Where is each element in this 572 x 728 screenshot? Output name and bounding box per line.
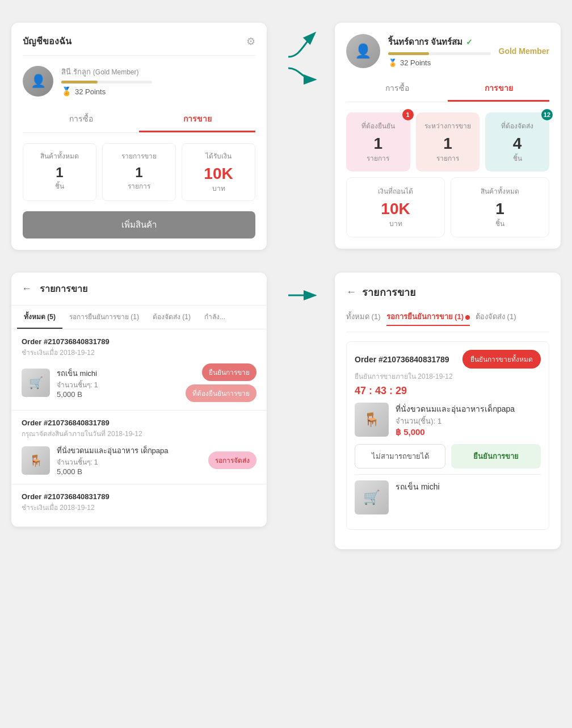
sell-unit-selling: รายการ bbox=[422, 153, 474, 164]
order-item-qty-2: จำนวนชิ้นๆ: 1 bbox=[57, 457, 201, 467]
stat-unit-products: ชิ้น bbox=[30, 181, 89, 191]
detail-item-img-1: 🪑 bbox=[355, 403, 389, 437]
order-detail-id: Order #210736840831789 bbox=[355, 355, 449, 364]
order-section-3: Order #210736840831789 ชำระเงินเมื่อ 201… bbox=[11, 484, 267, 527]
user-details: สินี รักลูก (Gold Member) 🏅 32 Points bbox=[61, 66, 152, 97]
sell-value-ship: 4 bbox=[491, 135, 544, 153]
stat-label-income: ได้รับเงิน bbox=[189, 150, 248, 161]
order-item-row-2: 🪑 ที่นั่งขวดนมและอุ่นอาหาร เด็กpapa จำนว… bbox=[22, 445, 256, 476]
order-detail-section: Order #210736840831789 ยืนยันการขายทั้งห… bbox=[346, 341, 549, 530]
medal-icon: 🏅 bbox=[61, 86, 72, 97]
tab-dot bbox=[465, 315, 470, 320]
order-detail-date: ยืนยันการขายภายใน 2018-19-12 bbox=[355, 371, 541, 382]
selling-stats-grid: 1 ที่ต้องยืนยัน 1 รายการ ระหว่างการขาย 1… bbox=[346, 112, 549, 171]
detail-tab-confirm[interactable]: รอการยืนยันการขาย (1) bbox=[386, 308, 470, 326]
cannot-sell-button[interactable]: ไม่สามารถขายได้ bbox=[355, 444, 445, 468]
sales-tab-ship[interactable]: ต้องจัดส่ง (1) bbox=[146, 306, 197, 329]
detail-back-arrow[interactable]: ← bbox=[346, 286, 356, 298]
action-buttons: ไม่สามารถขายได้ ยืนยันการขาย bbox=[355, 444, 541, 468]
sales-back-arrow[interactable]: ← bbox=[22, 283, 32, 295]
order-item-img-inner-1: 🛒 bbox=[22, 369, 50, 397]
detail-tab-all[interactable]: ทั้งหมด (1) bbox=[346, 308, 381, 326]
order-item-row-1: 🛒 รถเข็น michi จำนวนชิ้นๆ: 1 5,000 B ยืน… bbox=[22, 363, 256, 402]
stat-withdrawal-value: 10K bbox=[352, 200, 439, 218]
profile-points: 🏅 32 Points bbox=[388, 58, 491, 67]
order-item-img-2: 🪑 bbox=[22, 446, 50, 475]
points-badge: 🏅 32 Points bbox=[61, 86, 152, 97]
sales-tab-all[interactable]: ทั้งหมด (5) bbox=[17, 306, 62, 329]
gear-icon[interactable]: ⚙ bbox=[246, 35, 255, 48]
bottom-stats: เงินที่ถอนได้ 10K บาท สินค้าทั้งหมด 1 ชิ… bbox=[346, 177, 549, 237]
stat-all-products: สินค้าทั้งหมด 1 ชิ้น bbox=[23, 143, 96, 201]
progress-bar bbox=[61, 81, 152, 83]
order-item-name-1: รถเข็น michi bbox=[57, 367, 179, 379]
detail-tab-ship[interactable]: ต้องจัดส่ง (1) bbox=[476, 308, 516, 326]
stat-all-items: สินค้าทั้งหมด 1 ชิ้น bbox=[451, 177, 549, 237]
order-id-2: Order #210736840831789 bbox=[22, 419, 256, 427]
profile-tab-purchase[interactable]: การซื้อ bbox=[346, 76, 448, 102]
stat-value-products: 1 bbox=[30, 165, 89, 181]
detail-item-price-1: ฿ 5,000 bbox=[396, 427, 541, 437]
tab-selling[interactable]: การขาย bbox=[139, 107, 255, 132]
sales-tab-confirm[interactable]: รอการยืนยันการขาย (1) bbox=[62, 306, 146, 329]
order-item-img-1: 🛒 bbox=[22, 369, 50, 397]
detail-item-row-1: 🪑 ที่นั่งขวดนมและอุ่นอาหารเด็กpapa จำนวน… bbox=[355, 403, 541, 437]
order-date-3: ชำระเงินเมื่อ 2018-19-12 bbox=[22, 502, 256, 513]
detail-header: ← รายการขาย bbox=[346, 284, 549, 300]
detail-item-img-inner-2: 🛒 bbox=[355, 480, 389, 514]
sales-tab-progress[interactable]: กำลัง... bbox=[197, 306, 232, 329]
order-detail-header: Order #210736840831789 ยืนยันการขายทั้งห… bbox=[355, 350, 541, 369]
stat-orders: รายการขาย 1 รายการ bbox=[102, 143, 176, 201]
next-item-name: รถเข็น michi bbox=[396, 480, 541, 493]
stat-unit-orders: รายการ bbox=[110, 181, 169, 191]
detail-item-name-1: ที่นั่งขวดนมและอุ่นอาหารเด็กpapa bbox=[396, 403, 541, 415]
top-arrow-connector bbox=[284, 23, 318, 91]
order-id-3: Order #210736840831789 bbox=[22, 492, 256, 501]
stat-all-items-label: สินค้าทั้งหมด bbox=[457, 186, 543, 196]
profile-header: 👤 ริ้นทร์ดากร จันทร์สม ✓ 🏅 32 Points Gol… bbox=[346, 34, 549, 68]
waiting-confirm-btn-1[interactable]: ที่ต้องยืนยันการขาย bbox=[186, 384, 256, 402]
order-date-1: ชำระเงินเมื่อ 2018-19-12 bbox=[22, 347, 256, 358]
profile-avatar: 👤 bbox=[346, 34, 380, 68]
sales-list-card: ← รายการขาย ทั้งหมด (5) รอการยืนยันการขา… bbox=[11, 273, 267, 527]
progress-fill bbox=[61, 81, 98, 83]
tab-purchase[interactable]: การซื้อ bbox=[23, 107, 139, 132]
confirm-sale-btn-1[interactable]: ยืนยันการขาย bbox=[202, 363, 256, 381]
stat-label-products: สินค้าทั้งหมด bbox=[30, 150, 89, 161]
stat-value-orders: 1 bbox=[110, 165, 169, 181]
card-title: บัญชีของฉัน bbox=[23, 34, 72, 48]
detail-item-img-inner-1: 🪑 bbox=[355, 403, 389, 437]
profile-card: 👤 ริ้นทร์ดากร จันทร์สม ✓ 🏅 32 Points Gol… bbox=[335, 23, 561, 249]
sales-list-title: รายการขาย bbox=[40, 282, 87, 296]
waiting-send-btn-2[interactable]: รอการจัดส่ง bbox=[208, 451, 256, 469]
confirm-sell-button[interactable]: ยืนยันการขาย bbox=[451, 444, 541, 468]
detail-item-img-2: 🛒 bbox=[355, 480, 389, 514]
confirm-all-button[interactable]: ยืนยันการขายทั้งหมด bbox=[462, 350, 541, 369]
sell-stat-ship: 12 ที่ต้องจัดส่ง 4 ชิ้น bbox=[485, 112, 549, 171]
add-product-button[interactable]: เพิ่มสินค้า bbox=[23, 211, 255, 239]
avatar-image: 👤 bbox=[23, 66, 53, 97]
order-id-1: Order #210736840831789 bbox=[22, 337, 256, 346]
order-item-qty-1: จำนวนชิ้นๆ: 1 bbox=[57, 379, 179, 390]
profile-tabs: การซื้อ การขาย bbox=[346, 76, 549, 102]
account-card: บัญชีของฉัน ⚙ 👤 สินี รักลูก (Gold Member… bbox=[11, 23, 267, 250]
badge-confirm: 1 bbox=[402, 109, 414, 120]
order-item-details-1: รถเข็น michi จำนวนชิ้นๆ: 1 5,000 B bbox=[57, 367, 179, 399]
detail-item-qty-1: จำนวน(ชิ้น): 1 bbox=[396, 415, 541, 427]
sell-unit-confirm: รายการ bbox=[352, 153, 405, 164]
badge-ship: 12 bbox=[541, 109, 553, 120]
stat-all-items-unit: ชิ้น bbox=[457, 218, 543, 229]
sales-list-header: ← รายการขาย bbox=[11, 273, 267, 306]
order-actions-1: ยืนยันการขาย ที่ต้องยืนยันการขาย bbox=[186, 363, 256, 402]
profile-tab-selling[interactable]: การขาย bbox=[448, 76, 549, 102]
sell-value-selling: 1 bbox=[422, 135, 474, 153]
stat-withdrawal-unit: บาท bbox=[352, 218, 439, 229]
countdown-timer: 47 : 43 : 29 bbox=[355, 385, 541, 397]
order-item-name-2: ที่นั่งขวดนมและอุ่นอาหาร เด็กpapa bbox=[57, 445, 201, 457]
profile-progress-fill bbox=[388, 52, 429, 55]
order-item-price-2: 5,000 B bbox=[57, 467, 201, 476]
detail-item-info-1: ที่นั่งขวดนมและอุ่นอาหารเด็กpapa จำนวน(ช… bbox=[396, 403, 541, 437]
order-item-price-1: 5,000 B bbox=[57, 390, 179, 399]
card-header: บัญชีของฉัน ⚙ bbox=[23, 34, 255, 56]
order-date-2: กรุณาจัดส่งสินค้าภายในวันที่ 2018-19-12 bbox=[22, 428, 256, 439]
